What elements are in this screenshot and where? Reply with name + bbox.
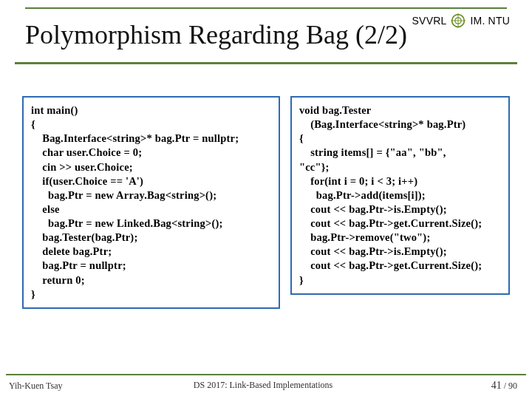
footer-author: Yih-Kuen Tsay — [9, 381, 63, 392]
page-current: 41 — [491, 380, 502, 391]
slide: SVVRL IM. NTU Polymorphism Regarding Bag… — [0, 0, 532, 399]
logo-icon — [451, 13, 466, 28]
code-right: void bag.Tester (Bag.Interface<string>* … — [299, 103, 501, 287]
top-rule — [25, 7, 507, 9]
footer-pages: 41 / 90 — [491, 380, 517, 392]
brand-right: IM. NTU — [470, 15, 510, 27]
footer: Yih-Kuen Tsay DS 2017: Link-Based Implem… — [9, 380, 517, 392]
page-title: Polymorphism Regarding Bag (2/2) — [25, 21, 407, 50]
bottom-rule — [6, 374, 526, 375]
page-total: 90 — [508, 381, 517, 391]
code-box-left: int main() { Bag.Interface<string>* bag.… — [22, 96, 280, 309]
code-left: int main() { Bag.Interface<string>* bag.… — [31, 103, 271, 301]
code-box-right: void bag.Tester (Bag.Interface<string>* … — [290, 96, 510, 295]
page-sep: / — [502, 381, 508, 391]
brand-left: SVVRL — [412, 15, 447, 27]
brand: SVVRL IM. NTU — [412, 13, 510, 28]
footer-course: DS 2017: Link-Based Implementations — [9, 380, 517, 391]
code-row: int main() { Bag.Interface<string>* bag.… — [22, 96, 510, 309]
title-rule — [15, 62, 517, 64]
